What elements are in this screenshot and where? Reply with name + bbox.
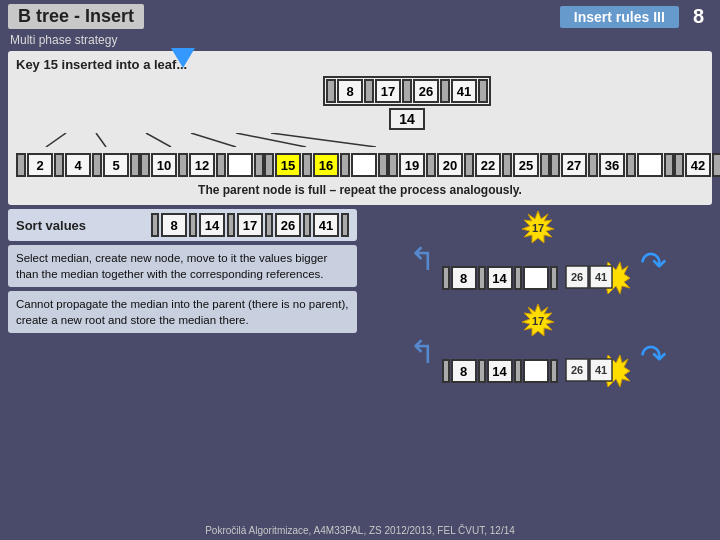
page-title: B tree - Insert [8,4,144,29]
header: B tree - Insert Insert rules III 8 [0,0,720,33]
spiky-svg-1: 17 [516,211,560,251]
diagram-1: 17 8 14 [442,211,634,298]
key-14-label: 14 [389,108,425,130]
node-ptr [478,79,488,103]
svg-line-5 [271,133,376,147]
select-median-text: Select median, create new node, move to … [8,245,357,287]
top-section: Key 15 inserted into a leaf... 8 17 2 [8,51,712,205]
node-val-26: 26 [413,79,439,103]
badge-number: 8 [685,5,712,28]
child-node-2: 10 12 [140,153,264,177]
left-panel: Sort values 8 14 17 26 41 Select median,… [8,209,357,391]
curved-arrow-1: ↰ [409,240,436,278]
right-panel: ↰ 17 [363,209,712,391]
svg-line-1 [96,133,106,147]
blue-arrow-right-2: ↷ [640,337,667,375]
svg-line-2 [146,133,171,147]
child-node-3: 15 16 [264,153,388,177]
svg-text:26: 26 [570,364,582,376]
node-ptr [440,79,450,103]
node-ptr [364,79,374,103]
child-node-4: 19 20 22 25 [388,153,550,177]
svg-line-4 [236,133,306,147]
main-container: B tree - Insert Insert rules III 8 Multi… [0,0,720,540]
node-ptr [402,79,412,103]
footer: Pokročilá Algoritmizace, A4M33PAL, ZS 20… [0,525,720,536]
blue-arrow-right-1: ↷ [640,244,667,282]
spiky-svg-right-1: 26 41 [564,258,634,298]
sort-values-box: Sort values 8 14 17 26 41 [8,209,357,241]
children-row: 2 4 5 10 12 [16,153,720,177]
insert-rules-badge: Insert rules III 8 [560,5,712,28]
connector-lines [16,133,720,147]
child-node-1: 2 4 5 [16,153,140,177]
node-ptr [326,79,336,103]
svg-text:17: 17 [531,315,543,327]
child-node-5: 27 36 [550,153,674,177]
node-val-41: 41 [451,79,477,103]
spiky-svg-right-2: 26 41 [564,351,634,391]
svg-line-3 [191,133,236,147]
svg-text:26: 26 [570,271,582,283]
svg-text:41: 41 [594,271,606,283]
insert-rules-label: Insert rules III [560,6,679,28]
svg-line-0 [46,133,66,147]
diagram-2: 17 8 14 [442,304,634,391]
svg-text:17: 17 [531,222,543,234]
sorted-nodes: 8 14 17 26 41 [151,213,349,237]
cannot-propagate-text: Cannot propagate the median into the par… [8,291,357,333]
key-label: Key 15 inserted into a leaf... [16,57,704,72]
bottom-section: Sort values 8 14 17 26 41 Select median,… [8,209,712,391]
curved-arrow-2: ↰ [409,333,436,371]
svg-text:41: 41 [594,364,606,376]
node-val-17: 17 [375,79,401,103]
subtitle: Multi phase strategy [0,33,720,51]
full-text: The parent node is full – repeat the pro… [16,183,704,197]
child-node-6: 42 45 [674,153,720,177]
spiky-svg-2: 17 [516,304,560,344]
sort-label: Sort values [16,218,86,233]
node-val-8: 8 [337,79,363,103]
